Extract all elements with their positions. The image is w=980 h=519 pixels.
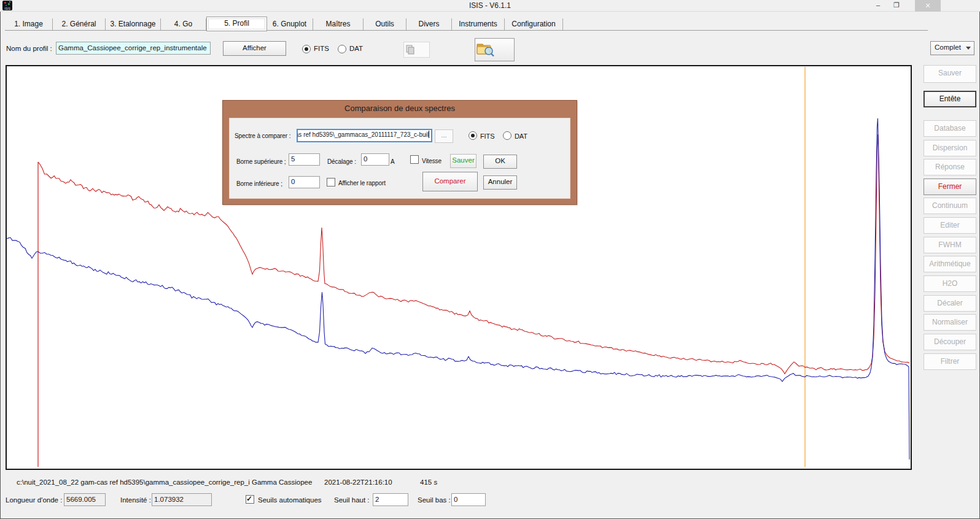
sidebar-button-normaliser[interactable]: Normaliser	[924, 314, 976, 331]
tab-bar: 1. Image2. Général3. Etalonnage4. Go5. P…	[5, 17, 954, 31]
dat-radio[interactable]	[338, 45, 346, 53]
copy-icon	[404, 44, 416, 55]
fits-radio-label: FITS	[314, 45, 329, 52]
sidebar-button-sauver[interactable]: Sauver	[924, 65, 976, 83]
speed-label: Vitesse	[422, 158, 441, 164]
title-bar: ISIS ISIS - V6.1.1 – ❐ ✕	[0, 0, 980, 12]
wavelength-value: 5669.005	[64, 493, 106, 506]
sidebar-button-editer[interactable]: Editer	[924, 217, 976, 234]
compare-button[interactable]: Comparer	[422, 172, 478, 191]
dialog-dat-radio[interactable]	[503, 131, 511, 140]
threshold-high-label: Seuil haut :	[334, 496, 370, 504]
tab-4-go[interactable]: 4. Go	[161, 18, 206, 30]
tab-2-g-n-ral[interactable]: 2. Général	[53, 18, 106, 30]
profile-name-input[interactable]: Gamma_Cassiopee_corrige_rep_instrumental…	[56, 42, 211, 55]
file-path-text: c:\nuit_2021_08_22 gam-cas ref hd5395\ga…	[17, 479, 312, 486]
sidebar-button-filtrer[interactable]: Filtrer	[924, 353, 976, 370]
report-label: Afficher le rapport	[338, 180, 386, 186]
sidebar-button-d-couper[interactable]: Découper	[924, 334, 976, 350]
shift-unit-label: A	[391, 158, 395, 165]
lower-bound-label: Borne inférieure ;	[236, 180, 282, 187]
dialog-fits-label: FITS	[480, 133, 494, 140]
tab-instruments[interactable]: Instruments	[452, 18, 505, 30]
threshold-high-input[interactable]: 2	[373, 493, 408, 506]
sidebar-button-fermer[interactable]: Fermer	[924, 179, 976, 195]
maximize-button[interactable]: ❐	[890, 0, 903, 10]
dialog-title: Comparaison de deux spectres	[223, 104, 577, 113]
isis-window: { "window": { "title": "ISIS - V6.1.1", …	[0, 0, 980, 519]
exposure-text: 415 s	[420, 479, 437, 486]
sidebar-button-continuum[interactable]: Continuum	[924, 198, 976, 214]
ok-button[interactable]: OK	[483, 155, 517, 169]
dialog-dat-label: DAT	[515, 133, 527, 140]
browse-spectrum-button[interactable]: ...	[435, 129, 453, 143]
report-checkbox[interactable]	[327, 178, 335, 186]
view-mode-select[interactable]: Complet	[930, 41, 974, 55]
tab-3-etalonnage[interactable]: 3. Etalonnage	[106, 18, 161, 30]
wavelength-label: Longueur d'onde :	[6, 496, 62, 504]
auto-thresholds-label: Seuils automatiques	[258, 496, 322, 504]
speed-checkbox[interactable]	[410, 155, 419, 164]
sidebar-button-ent-te[interactable]: Entête	[924, 91, 976, 107]
intensity-label: Intensité :	[120, 496, 151, 504]
sidebar-button-h2o[interactable]: H2O	[924, 275, 976, 292]
sidebar-button-database[interactable]: Database	[924, 120, 976, 137]
lower-bound-input[interactable]: 0	[289, 176, 320, 188]
spectrum-compare-label: Spectre à comparer :	[235, 133, 290, 139]
close-button[interactable]: ✕	[915, 0, 941, 12]
threshold-low-input[interactable]: 0	[451, 493, 486, 506]
tab-divers[interactable]: Divers	[406, 18, 452, 30]
sidebar-button-dispersion[interactable]: Dispersion	[924, 140, 976, 156]
dialog-fits-radio[interactable]	[469, 131, 477, 140]
threshold-low-label: Seuil bas :	[418, 496, 451, 504]
folder-search-icon	[475, 40, 496, 58]
tab-1-image[interactable]: 1. Image	[5, 18, 53, 30]
cancel-button[interactable]: Annuler	[483, 175, 517, 190]
auto-thresholds-checkbox[interactable]	[246, 495, 254, 504]
dialog-save-button[interactable]: Sauver	[450, 154, 476, 168]
tab-6-gnuplot[interactable]: 6. Gnuplot	[266, 18, 313, 30]
shift-input[interactable]: 0	[361, 153, 389, 166]
tab-5-profil[interactable]: 5. Profil	[206, 17, 267, 31]
window-title: ISIS - V6.1.1	[0, 1, 980, 10]
sidebar-button-d-caler[interactable]: Décaler	[924, 295, 976, 312]
sidebar-button-arithm-tique[interactable]: Arithmétique	[924, 256, 976, 272]
minimize-button[interactable]: –	[872, 0, 884, 10]
upper-bound-input[interactable]: 5	[289, 153, 320, 166]
sidebar-button-r-ponse[interactable]: Réponse	[924, 159, 976, 175]
tab-outils[interactable]: Outils	[364, 18, 406, 30]
shift-label: Décalage :	[327, 158, 356, 165]
view-mode-value: Complet	[935, 44, 961, 51]
copy-button[interactable]	[403, 42, 430, 58]
dat-radio-label: DAT	[349, 45, 363, 52]
display-button[interactable]: Afficher	[223, 41, 286, 56]
datetime-text: 2021-08-22T21:16:10	[324, 479, 392, 486]
profile-name-label: Nom du profil :	[6, 45, 52, 52]
fits-radio[interactable]	[302, 45, 311, 53]
tab-ma-tres[interactable]: Maîtres	[313, 18, 364, 30]
compare-dialog: Comparaison de deux spectres	[222, 100, 577, 205]
tab-configuration[interactable]: Configuration	[505, 18, 563, 30]
spectrum-compare-input[interactable]: :as ref hd5395\_gammacas_20111117_723_c-…	[297, 129, 432, 142]
intensity-value: 1.073932	[152, 493, 212, 506]
sidebar-button-fwhm[interactable]: FWHM	[924, 237, 976, 253]
browse-folder-button[interactable]	[475, 38, 515, 61]
chevron-down-icon	[966, 47, 971, 50]
upper-bound-label: Borne supérieure ;	[236, 158, 286, 165]
